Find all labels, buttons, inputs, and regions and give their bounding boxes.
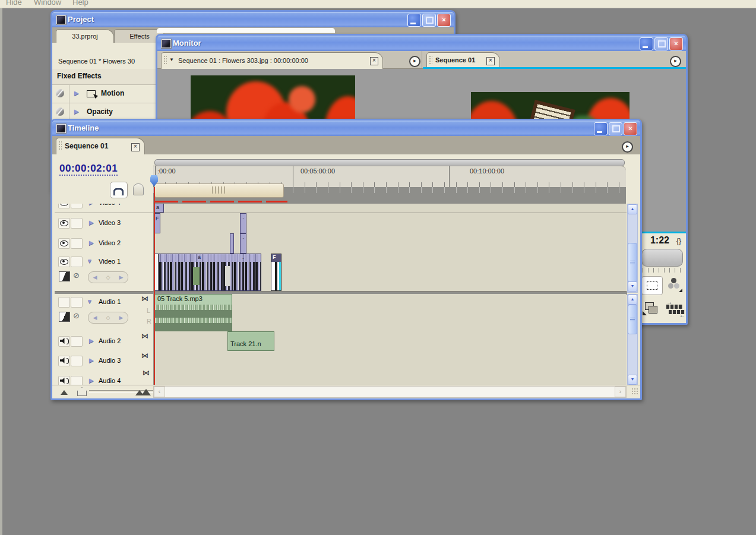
toggle-track-lock[interactable]	[71, 356, 83, 366]
panel-menu-button[interactable]: ▸	[622, 141, 633, 153]
clip-video3-thin[interactable]: .	[240, 213, 246, 233]
menu-item-help[interactable]: Help	[72, 0, 88, 7]
menu-item-hide[interactable]: Hide	[6, 0, 22, 7]
playhead-line[interactable]	[154, 187, 155, 385]
expand-triangle-icon[interactable]: ▶	[89, 239, 94, 246]
expand-triangle-icon[interactable]: ▶	[89, 204, 94, 205]
show-keyframes-button[interactable]: ⊘	[73, 271, 80, 280]
audio1-track-area[interactable]: 05 Track 5.mp3	[154, 294, 627, 331]
source-monitor-tab[interactable]: ▼ Sequence 01 : Flowers 303.jpg : 00:00:…	[161, 52, 383, 69]
expand-triangle-icon[interactable]: ▶	[89, 337, 94, 344]
audio-scrollbar[interactable]: ▲ ▼	[627, 294, 638, 386]
toggle-track-output[interactable]	[58, 257, 70, 267]
prev-keyframe-button[interactable]: ◀	[93, 274, 97, 280]
audio2-track-area[interactable]: Track 21.n	[154, 331, 627, 351]
collapse-triangle-icon[interactable]: ▼	[87, 258, 93, 264]
scroll-left-button[interactable]: ‹	[154, 387, 165, 397]
clip-video2-thin[interactable]	[230, 233, 234, 254]
video2-track-area[interactable]: .	[154, 233, 627, 254]
zoom-slider-handle[interactable]	[77, 387, 87, 396]
toggle-track-lock[interactable]	[71, 257, 83, 267]
scroll-down-button[interactable]: ▼	[628, 375, 637, 385]
scroll-up-button[interactable]: ▲	[628, 295, 637, 305]
scroll-down-button[interactable]: ▼	[628, 281, 637, 292]
timeline-sequence-tab[interactable]: Sequence 01 ×	[56, 138, 145, 155]
audio4-track-area[interactable]	[154, 371, 627, 385]
maximize-button[interactable]	[609, 122, 622, 135]
snap-button[interactable]	[110, 182, 128, 198]
horizontal-scrollbar[interactable]: ‹ ›	[153, 386, 627, 398]
effect-toggle-icon[interactable]	[56, 107, 64, 116]
scroll-right-button[interactable]: ›	[615, 387, 626, 397]
display-style-button[interactable]	[59, 271, 70, 281]
clip-video4[interactable]: a	[154, 204, 164, 213]
minimize-button[interactable]	[640, 37, 653, 50]
expand-triangle-icon[interactable]: ▶	[74, 90, 79, 96]
zoom-out-icon[interactable]	[61, 390, 68, 395]
minimize-button[interactable]	[594, 122, 608, 135]
toggle-track-output[interactable]	[58, 238, 70, 249]
work-area-braces-icon[interactable]: {}	[676, 237, 681, 245]
program-mini-ruler[interactable]	[641, 249, 683, 267]
close-tab-icon[interactable]: ×	[486, 57, 495, 65]
next-keyframe-button[interactable]: ▶	[119, 274, 124, 280]
collapse-triangle-icon[interactable]: ▼	[87, 298, 93, 305]
export-frame-button[interactable]	[641, 299, 662, 316]
close-button[interactable]: ×	[669, 37, 683, 50]
add-keyframe-button[interactable]: ◇	[106, 274, 110, 280]
add-keyframe-button[interactable]: ◇	[106, 315, 110, 321]
show-keyframes-button[interactable]: ⊘	[73, 312, 80, 320]
clip-audio1[interactable]: 05 Track 5.mp3	[154, 294, 232, 331]
toggle-track-mute[interactable]	[58, 297, 70, 308]
toggle-track-lock[interactable]	[71, 336, 83, 347]
scroll-up-button[interactable]: ▲	[628, 204, 637, 214]
toggle-track-mute[interactable]	[58, 356, 70, 366]
close-tab-icon[interactable]: ×	[131, 143, 140, 151]
toggle-track-lock[interactable]	[71, 238, 83, 249]
toggle-track-mute[interactable]	[58, 336, 70, 347]
output-button[interactable]	[665, 276, 684, 294]
prev-keyframe-button[interactable]: ◀	[93, 315, 97, 321]
clip-video1-f[interactable]: F	[271, 254, 281, 291]
program-monitor-tab[interactable]: Sequence 01 ×	[426, 52, 500, 69]
menu-item-window[interactable]: Window	[34, 0, 61, 7]
scrollbar-thumb[interactable]	[628, 305, 637, 334]
panel-menu-button[interactable]: ▸	[409, 56, 420, 67]
maximize-button[interactable]	[422, 14, 436, 27]
work-area-bar[interactable]	[154, 183, 284, 198]
dropdown-icon[interactable]: ▼	[169, 57, 174, 62]
maximize-button[interactable]	[654, 37, 668, 50]
panel-menu-button[interactable]: ▸	[670, 56, 681, 67]
clip-audio2[interactable]: Track 21.n	[227, 331, 274, 351]
effect-toggle-icon[interactable]	[56, 89, 64, 97]
display-style-button[interactable]	[59, 312, 70, 322]
video-scrollbar[interactable]: ▲ ▼	[627, 204, 638, 293]
close-button[interactable]: ×	[437, 14, 451, 27]
zoom-in-icon[interactable]	[135, 389, 151, 395]
minimize-button[interactable]	[407, 14, 421, 27]
expand-triangle-icon[interactable]: ▶	[89, 219, 94, 226]
clip-video1-cluster[interactable]: á .	[154, 254, 261, 291]
video4-track-area[interactable]: a	[154, 204, 627, 213]
close-tab-icon[interactable]: ×	[370, 57, 378, 65]
project-titlebar[interactable]: Project ×	[52, 12, 454, 27]
video3-track-area[interactable]: F .	[154, 213, 627, 233]
toggle-track-mute[interactable]	[58, 376, 70, 385]
scrollbar-thumb[interactable]	[628, 243, 637, 282]
expand-triangle-icon[interactable]: ▶	[74, 108, 79, 115]
tab-project-file[interactable]: 33.prproj	[56, 29, 114, 43]
toggle-track-output[interactable]	[58, 218, 70, 229]
video1-track-area[interactable]: á . F	[154, 254, 627, 291]
resize-grip[interactable]	[631, 388, 638, 395]
monitor-titlebar[interactable]: Monitor ×	[157, 36, 686, 51]
toggle-track-output[interactable]	[58, 204, 70, 208]
clip-video3[interactable]: F	[154, 213, 160, 233]
expand-triangle-icon[interactable]: ▶	[89, 377, 94, 384]
toggle-track-lock[interactable]	[71, 218, 83, 229]
safe-margins-button[interactable]	[641, 276, 663, 295]
toggle-track-lock[interactable]	[71, 297, 83, 308]
audio3-track-area[interactable]	[154, 351, 627, 371]
close-button[interactable]: ×	[624, 122, 637, 135]
set-marker-button[interactable]	[133, 183, 144, 195]
toggle-track-lock[interactable]	[71, 376, 83, 385]
